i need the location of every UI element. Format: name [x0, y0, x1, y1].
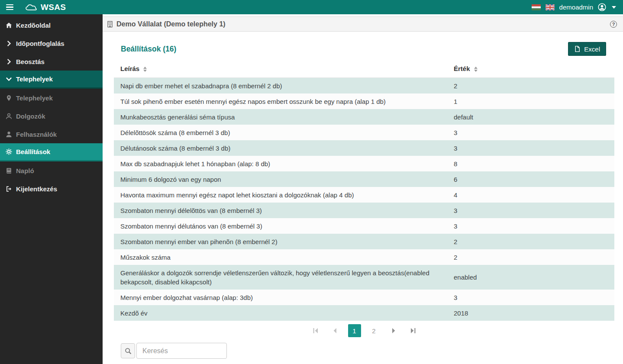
pagination-page-button[interactable]: 1 — [348, 324, 361, 337]
sidebar-item-beosztas[interactable]: Beosztás — [0, 52, 103, 71]
app-logo[interactable]: WSAS — [25, 3, 66, 12]
chevron-down-icon — [6, 76, 12, 82]
building-icon — [107, 21, 113, 28]
table-row[interactable]: Műszakok száma 2 — [114, 249, 614, 265]
signout-icon — [6, 186, 12, 192]
search-input[interactable] — [136, 343, 227, 359]
table-row[interactable]: Túl sok pihenõ ember esetén mennyi egész… — [114, 93, 614, 109]
help-icon[interactable]: ? — [610, 21, 617, 28]
pagination-next-icon[interactable] — [387, 324, 400, 337]
table-row[interactable]: Délutánosok száma (8 embernél 3 db) 3 — [114, 140, 614, 156]
sidebar-item-label: Napló — [16, 167, 34, 174]
hamburger-menu-icon[interactable] — [0, 4, 19, 10]
top-bar: WSAS demoadmin — [0, 0, 623, 14]
setting-value: 2 — [454, 78, 614, 94]
sidebar-item-kezdooldal[interactable]: Kezdõoldal — [0, 16, 103, 34]
setting-description: Szombaton mennyi délelõttös van (8 ember… — [114, 203, 454, 218]
setting-description: Generáláskor a dolgozók sorrendje véletl… — [114, 265, 454, 290]
table-row[interactable]: Szombaton mennyi délelõttös van (8 ember… — [114, 203, 614, 218]
search-icon — [125, 348, 132, 354]
page-title: Beállítások (16) — [121, 45, 176, 54]
table-row[interactable]: Napi db ember mehet el szabadnapra (8 em… — [114, 78, 614, 94]
pagination-page-button[interactable]: 2 — [368, 324, 381, 337]
column-header-value[interactable]: Érték — [454, 60, 614, 78]
table-row[interactable]: Generáláskor a dolgozók sorrendje véletl… — [114, 265, 614, 290]
table-row[interactable]: Szombaton mennyi délutános van (8 embern… — [114, 218, 614, 234]
setting-description: Szombaton mennyi délutános van (8 embern… — [114, 218, 454, 234]
setting-value: 2 — [454, 234, 614, 249]
pagination: 1 2 — [114, 324, 614, 337]
table-row[interactable]: Mennyi ember dolgozhat vasárnap (alap: 3… — [114, 290, 614, 305]
pagination-prev-icon[interactable] — [329, 324, 342, 337]
sidebar-item-label: Idõpontfoglalás — [16, 40, 65, 47]
excel-export-button[interactable]: Excel — [568, 42, 606, 56]
sidebar-item-label: Beosztás — [16, 58, 45, 65]
pagination-first-icon[interactable] — [309, 324, 322, 337]
sort-icon[interactable] — [143, 67, 147, 72]
hungarian-flag-icon[interactable] — [532, 4, 541, 10]
setting-value: 4 — [454, 187, 614, 203]
pin-icon — [6, 95, 12, 101]
username[interactable]: demoadmin — [559, 3, 593, 11]
sidebar-item-telephelyek-group[interactable]: Telephelyek — [0, 71, 103, 89]
sort-icon[interactable] — [474, 67, 478, 72]
setting-value: 3 — [454, 218, 614, 234]
settings-table: Leírás Érték Napi db ember mehet el szab… — [114, 60, 614, 321]
sidebar-item-label: Felhasználók — [16, 131, 57, 138]
setting-value: 2 — [454, 249, 614, 265]
sidebar-item-telephelyek[interactable]: Telephelyek — [0, 89, 103, 107]
table-row[interactable]: Munkabeosztás generálási séma típusa def… — [114, 109, 614, 125]
search-button[interactable] — [121, 343, 135, 358]
user-menu-caret-icon[interactable] — [612, 6, 616, 9]
table-row[interactable]: Délelõttösök száma (8 embernél 3 db) 3 — [114, 125, 614, 140]
chevron-right-icon — [6, 40, 12, 47]
setting-description: Műszakok száma — [114, 249, 454, 265]
user-icon — [6, 131, 12, 138]
home-icon — [6, 22, 12, 29]
content-area: Demo Vállalat (Demo telephely 1) ? Beáll… — [103, 14, 623, 364]
setting-value: 3 — [454, 290, 614, 305]
user-o-icon — [6, 113, 12, 119]
table-row[interactable]: Minimum 6 dolgozó van egy napon 6 — [114, 171, 614, 187]
setting-description: Max db szabadnapjuk lehet 1 hónapban (al… — [114, 156, 454, 171]
sidebar-item-label: Telephelyek — [16, 94, 53, 102]
setting-description: Napi db ember mehet el szabadnapra (8 em… — [114, 78, 454, 94]
british-flag-icon[interactable] — [546, 4, 555, 10]
brand-name: WSAS — [41, 3, 66, 12]
setting-description: Havonta maximum mennyi egész napot lehet… — [114, 187, 454, 203]
sidebar-item-idopontfoglalas[interactable]: Idõpontfoglalás — [0, 34, 103, 52]
setting-value: 3 — [454, 203, 614, 218]
user-avatar-icon[interactable] — [598, 3, 606, 11]
sidebar-item-beallitasok[interactable]: Beállítások — [0, 143, 103, 161]
sidebar-item-label: Telephelyek — [16, 75, 53, 83]
setting-description: Délutánosok száma (8 embernél 3 db) — [114, 140, 454, 156]
gear-icon — [6, 148, 12, 155]
setting-value: 1 — [454, 93, 614, 109]
setting-value: 6 — [454, 171, 614, 187]
sidebar-item-label: Kezdõoldal — [16, 22, 51, 29]
setting-value: 3 — [454, 140, 614, 156]
search-row — [121, 343, 614, 359]
table-row[interactable]: Havonta maximum mennyi egész napot lehet… — [114, 187, 614, 203]
sidebar-item-naplo[interactable]: Napló — [0, 161, 103, 180]
setting-description: Délelõttösök száma (8 embernél 3 db) — [114, 125, 454, 140]
setting-value: 2018 — [454, 305, 614, 321]
page-header: Demo Vállalat (Demo telephely 1) ? — [103, 16, 623, 32]
setting-value: 8 — [454, 156, 614, 171]
pagination-last-icon[interactable] — [407, 324, 420, 337]
sidebar-item-felhasznalok[interactable]: Felhasználók — [0, 125, 103, 143]
table-row[interactable]: Max db szabadnapjuk lehet 1 hónapban (al… — [114, 156, 614, 171]
sidebar-item-label: Beállítások — [16, 148, 50, 155]
table-row[interactable]: Szombaton mennyi ember van pihenõn (8 em… — [114, 234, 614, 249]
setting-description: Munkabeosztás generálási séma típusa — [114, 109, 454, 125]
cloud-logo-icon — [25, 4, 37, 11]
setting-value: 3 — [454, 125, 614, 140]
file-icon — [574, 45, 581, 52]
column-header-description[interactable]: Leírás — [114, 60, 454, 78]
setting-description: Túl sok pihenõ ember esetén mennyi egész… — [114, 93, 454, 109]
sidebar-item-dolgozok[interactable]: Dolgozók — [0, 107, 103, 125]
sidebar: Kezdõoldal Idõpontfoglalás Beosztás Tele… — [0, 14, 103, 364]
sidebar-item-kijelentkezes[interactable]: Kijelentkezés — [0, 180, 103, 198]
table-row[interactable]: Kezdõ év 2018 — [114, 305, 614, 321]
chevron-right-icon — [6, 58, 12, 65]
